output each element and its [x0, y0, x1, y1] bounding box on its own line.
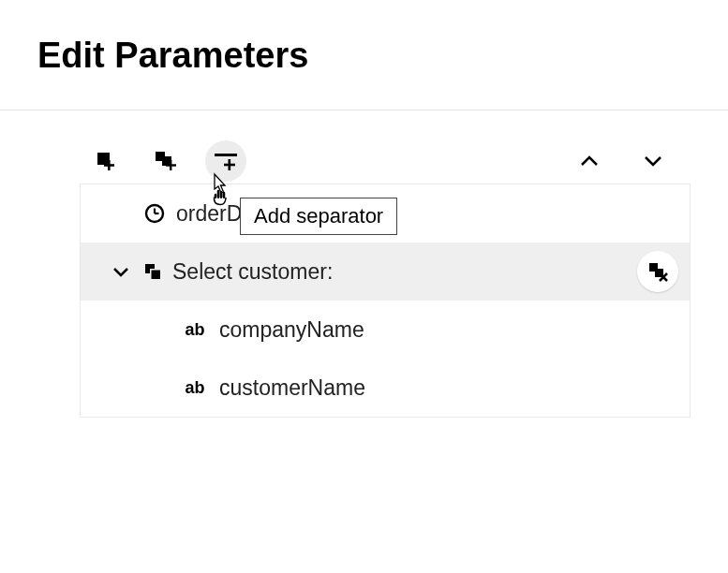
parameter-row-companyname[interactable]: ab companyName	[81, 301, 690, 359]
ungroup-icon	[647, 261, 668, 282]
parameter-group-select-customer[interactable]: Select customer:	[81, 242, 690, 301]
group-label: Select customer:	[172, 259, 333, 285]
add-separator-icon	[213, 150, 239, 172]
chevron-up-icon	[579, 154, 600, 168]
group-icon	[137, 261, 169, 282]
toolbar-right	[569, 140, 685, 182]
header-divider	[0, 110, 728, 110]
svg-rect-14	[151, 270, 160, 279]
add-separator-button[interactable]	[205, 140, 246, 182]
parameter-label: customerName	[219, 375, 365, 401]
parameters-panel: Add separator orderDate	[80, 139, 691, 418]
parameter-row-customername[interactable]: ab customerName	[81, 359, 690, 417]
clock-icon	[139, 202, 171, 225]
add-item-button[interactable]	[85, 140, 126, 182]
svg-rect-6	[166, 164, 176, 166]
svg-rect-7	[215, 154, 237, 156]
chevron-down-icon	[643, 154, 663, 168]
dialog-title: Edit Parameters	[37, 36, 728, 76]
ungroup-button[interactable]	[637, 251, 678, 292]
toolbar: Add separator	[80, 139, 691, 184]
dialog-header: Edit Parameters	[0, 0, 728, 76]
edit-parameters-dialog: Edit Parameters	[0, 0, 728, 573]
svg-rect-2	[104, 164, 114, 167]
text-type-icon: ab	[176, 320, 214, 340]
text-type-icon: ab	[176, 378, 214, 398]
tooltip: Add separator	[240, 198, 397, 235]
svg-rect-15	[150, 269, 161, 271]
add-group-button[interactable]	[145, 140, 186, 182]
move-up-button[interactable]	[569, 140, 610, 182]
add-group-icon	[154, 150, 178, 172]
move-down-button[interactable]	[632, 140, 674, 182]
parameter-label: companyName	[219, 317, 364, 343]
add-item-icon	[95, 150, 117, 172]
chevron-down-icon	[105, 265, 137, 278]
svg-rect-9	[224, 164, 235, 167]
svg-rect-16	[150, 269, 152, 280]
toolbar-left	[85, 140, 246, 182]
